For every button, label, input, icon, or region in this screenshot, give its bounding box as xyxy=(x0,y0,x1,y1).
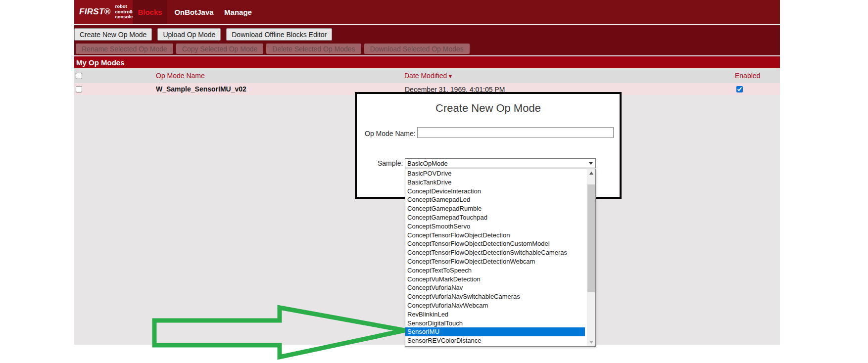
dropdown-option-conceptvuforianavswitchablecameras[interactable]: ConceptVuforiaNavSwitchableCameras xyxy=(405,292,585,301)
op-modes-table-header: Op Mode Name Date Modified▼ Enabled xyxy=(74,68,780,83)
op-mode-name-link[interactable]: W_Sample_SensorIMU_v02 xyxy=(156,85,246,93)
disabled-button-row: Rename Selected Op ModeCopy Selected Op … xyxy=(76,44,470,54)
op-mode-name-input[interactable] xyxy=(417,127,614,138)
download-offline-blocks-editor-button[interactable]: Download Offline Blocks Editor xyxy=(226,28,332,41)
dropdown-option-conceptvumarkdetection[interactable]: ConceptVuMarkDetection xyxy=(405,275,585,284)
column-op-mode-name: Op Mode Name xyxy=(156,72,205,80)
op-mode-name-label: Op Mode Name: xyxy=(365,130,416,137)
select-all-checkbox[interactable] xyxy=(76,73,82,79)
dropdown-option-sensorimu[interactable]: SensorIMU xyxy=(405,327,585,336)
upload-op-mode-button[interactable]: Upload Op Mode xyxy=(157,28,221,41)
dropdown-option-concepttensorflowobjectdetectionswitchablecameras[interactable]: ConceptTensorFlowObjectDetectionSwitchab… xyxy=(405,248,585,257)
tab-onbotjava[interactable]: OnBotJava xyxy=(171,0,217,24)
my-op-modes-bar: My Op Modes xyxy=(74,55,780,68)
dropdown-option-concepttensorflowobjectdetectioncustommodel[interactable]: ConceptTensorFlowObjectDetectionCustomMo… xyxy=(405,239,585,248)
scrollbar-up-icon[interactable] xyxy=(587,169,595,177)
dropdown-option-conceptgamepadtouchpad[interactable]: ConceptGamepadTouchpad xyxy=(405,213,585,222)
toolbar-band: Create New Op ModeUpload Op ModeDownload… xyxy=(74,24,780,57)
download-selected-op-modes-button: Download Selected Op Modes xyxy=(364,44,470,54)
select-dropdown-icon xyxy=(589,162,593,165)
primary-button-row: Create New Op ModeUpload Op ModeDownload… xyxy=(74,28,332,41)
dropdown-option-conceptdeviceinteraction[interactable]: ConceptDeviceInteraction xyxy=(405,187,585,196)
rename-selected-op-mode-button: Rename Selected Op Mode xyxy=(76,44,173,54)
dropdown-option-conceptvuforianav[interactable]: ConceptVuforiaNav xyxy=(405,283,585,292)
dialog-title: Create New Op Mode xyxy=(357,102,620,115)
first-brand-text: FIRST® xyxy=(79,7,110,17)
column-date-modified[interactable]: Date Modified▼ xyxy=(404,72,453,80)
sort-descending-icon: ▼ xyxy=(447,73,453,79)
dropdown-option-conceptgamepadled[interactable]: ConceptGamepadLed xyxy=(405,195,585,204)
robot-controller-console-page: FIRST® robot controller console Blocks O… xyxy=(74,0,780,345)
dropdown-scrollbar[interactable] xyxy=(587,169,595,346)
dropdown-option-sensorrevcolordistance[interactable]: SensorREVColorDistance xyxy=(405,336,585,345)
sample-select[interactable]: BasicOpMode xyxy=(405,158,596,168)
scrollbar-down-icon[interactable] xyxy=(587,338,595,346)
copy-selected-op-mode-button: Copy Selected Op Mode xyxy=(176,44,264,54)
sample-selected-value: BasicOpMode xyxy=(407,160,589,167)
dropdown-option-revblinkinled[interactable]: RevBlinkinLed xyxy=(405,310,585,319)
delete-selected-op-modes-button: Delete Selected Op Modes xyxy=(266,44,361,54)
dropdown-option-basicpovdrive[interactable]: BasicPOVDrive xyxy=(405,169,585,178)
row-select-checkbox[interactable] xyxy=(76,86,82,92)
create-new-op-mode-button[interactable]: Create New Op Mode xyxy=(74,28,152,41)
sample-dropdown-list: BasicPOVDriveBasicTankDriveConceptDevice… xyxy=(405,169,596,347)
section-title: My Op Modes xyxy=(76,58,125,67)
scrollbar-thumb[interactable] xyxy=(587,184,595,292)
top-nav-bar: FIRST® robot controller console Blocks O… xyxy=(74,0,780,24)
dropdown-option-concepttensorflowobjectdetection[interactable]: ConceptTensorFlowObjectDetection xyxy=(405,231,585,240)
dropdown-option-concepttexttospeech[interactable]: ConceptTextToSpeech xyxy=(405,266,585,275)
dropdown-option-concepttensorflowobjectdetectionwebcam[interactable]: ConceptTensorFlowObjectDetectionWebcam xyxy=(405,257,585,266)
dropdown-option-conceptsmoothservo[interactable]: ConceptSmoothServo xyxy=(405,222,585,231)
first-logo: FIRST® robot controller console xyxy=(74,0,133,24)
dropdown-option-conceptvuforianavwebcam[interactable]: ConceptVuforiaNavWebcam xyxy=(405,301,585,310)
tab-manage[interactable]: Manage xyxy=(221,0,255,24)
dropdown-options: BasicPOVDriveBasicTankDriveConceptDevice… xyxy=(405,169,595,345)
dropdown-option-conceptgamepadrumble[interactable]: ConceptGamepadRumble xyxy=(405,204,585,213)
dropdown-option-basictankdrive[interactable]: BasicTankDrive xyxy=(405,178,585,187)
dropdown-option-sensordigitaltouch[interactable]: SensorDigitalTouch xyxy=(405,319,585,328)
column-enabled: Enabled xyxy=(735,72,760,80)
enabled-checkbox[interactable] xyxy=(736,86,743,92)
tab-blocks[interactable]: Blocks xyxy=(133,0,167,24)
sample-label: Sample: xyxy=(378,159,403,167)
